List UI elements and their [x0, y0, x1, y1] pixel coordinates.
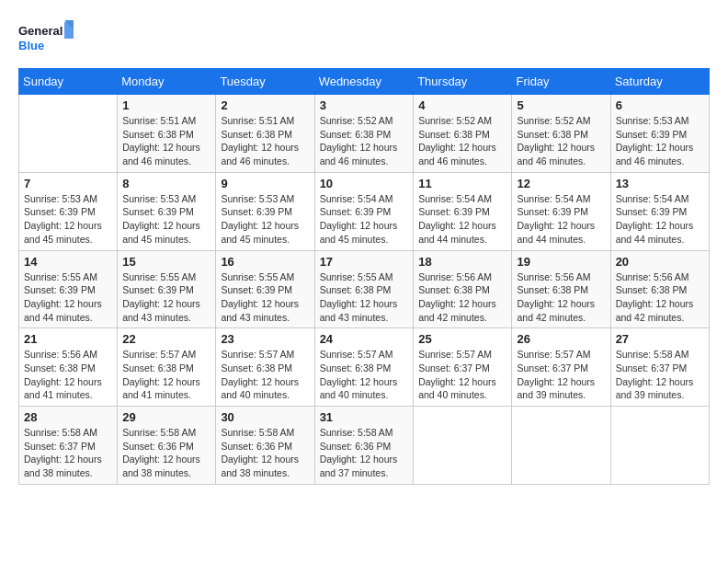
day-info: Sunrise: 5:52 AM Sunset: 6:38 PM Dayligh…	[320, 114, 409, 168]
day-info: Sunrise: 5:57 AM Sunset: 6:38 PM Dayligh…	[320, 348, 409, 402]
day-number: 27	[616, 332, 704, 346]
day-info: Sunrise: 5:53 AM Sunset: 6:39 PM Dayligh…	[221, 192, 309, 247]
day-number: 11	[418, 177, 506, 190]
day-cell	[19, 95, 118, 173]
day-info: Sunrise: 5:53 AM Sunset: 6:39 PM Dayligh…	[24, 192, 112, 247]
day-info: Sunrise: 5:55 AM Sunset: 6:39 PM Dayligh…	[24, 270, 112, 325]
day-number: 24	[320, 332, 409, 346]
day-cell: 30Sunrise: 5:58 AM Sunset: 6:36 PM Dayli…	[216, 407, 314, 485]
header-cell-friday: Friday	[512, 69, 610, 95]
day-cell: 4Sunrise: 5:52 AM Sunset: 6:38 PM Daylig…	[414, 95, 512, 173]
header-cell-monday: Monday	[118, 69, 216, 95]
day-number: 17	[320, 255, 409, 269]
calendar-header: SundayMondayTuesdayWednesdayThursdayFrid…	[19, 69, 710, 95]
day-info: Sunrise: 5:56 AM Sunset: 6:38 PM Dayligh…	[418, 270, 506, 325]
logo-svg: General Blue	[18, 18, 74, 59]
day-cell: 10Sunrise: 5:54 AM Sunset: 6:39 PM Dayli…	[314, 172, 414, 250]
day-cell: 3Sunrise: 5:52 AM Sunset: 6:38 PM Daylig…	[314, 95, 414, 173]
calendar-table: SundayMondayTuesdayWednesdayThursdayFrid…	[18, 68, 710, 485]
day-number: 8	[122, 177, 210, 190]
day-cell: 17Sunrise: 5:55 AM Sunset: 6:38 PM Dayli…	[314, 250, 414, 328]
day-info: Sunrise: 5:52 AM Sunset: 6:38 PM Dayligh…	[418, 114, 506, 168]
day-cell: 8Sunrise: 5:53 AM Sunset: 6:39 PM Daylig…	[118, 172, 216, 250]
day-number: 13	[616, 177, 704, 190]
day-info: Sunrise: 5:57 AM Sunset: 6:38 PM Dayligh…	[221, 348, 309, 402]
day-info: Sunrise: 5:57 AM Sunset: 6:37 PM Dayligh…	[418, 348, 506, 402]
day-info: Sunrise: 5:53 AM Sunset: 6:39 PM Dayligh…	[122, 192, 210, 247]
day-number: 5	[517, 98, 605, 112]
day-number: 19	[517, 255, 605, 269]
day-info: Sunrise: 5:56 AM Sunset: 6:38 PM Dayligh…	[517, 270, 605, 325]
day-cell: 24Sunrise: 5:57 AM Sunset: 6:38 PM Dayli…	[314, 328, 414, 407]
day-cell: 14Sunrise: 5:55 AM Sunset: 6:39 PM Dayli…	[19, 250, 118, 328]
day-info: Sunrise: 5:58 AM Sunset: 6:37 PM Dayligh…	[24, 426, 112, 480]
day-number: 31	[320, 410, 409, 424]
day-cell: 27Sunrise: 5:58 AM Sunset: 6:37 PM Dayli…	[610, 328, 709, 407]
week-row-5: 28Sunrise: 5:58 AM Sunset: 6:37 PM Dayli…	[19, 407, 710, 485]
day-number: 3	[320, 98, 409, 112]
header-cell-saturday: Saturday	[610, 69, 709, 95]
day-info: Sunrise: 5:58 AM Sunset: 6:36 PM Dayligh…	[320, 426, 409, 480]
day-number: 16	[221, 255, 309, 269]
day-info: Sunrise: 5:58 AM Sunset: 6:36 PM Dayligh…	[221, 426, 309, 480]
day-info: Sunrise: 5:54 AM Sunset: 6:39 PM Dayligh…	[320, 192, 409, 247]
svg-text:General: General	[18, 24, 63, 38]
day-number: 30	[221, 410, 309, 424]
day-number: 20	[616, 255, 704, 269]
day-cell: 12Sunrise: 5:54 AM Sunset: 6:39 PM Dayli…	[512, 172, 610, 250]
day-cell: 25Sunrise: 5:57 AM Sunset: 6:37 PM Dayli…	[414, 328, 512, 407]
day-number: 28	[24, 410, 112, 424]
day-cell: 2Sunrise: 5:51 AM Sunset: 6:38 PM Daylig…	[216, 95, 314, 173]
day-number: 14	[24, 255, 112, 269]
day-cell: 20Sunrise: 5:56 AM Sunset: 6:38 PM Dayli…	[610, 250, 709, 328]
page-header: General Blue	[18, 18, 710, 59]
day-info: Sunrise: 5:57 AM Sunset: 6:38 PM Dayligh…	[122, 348, 210, 402]
day-info: Sunrise: 5:56 AM Sunset: 6:38 PM Dayligh…	[24, 348, 112, 402]
day-info: Sunrise: 5:54 AM Sunset: 6:39 PM Dayligh…	[418, 192, 506, 247]
day-info: Sunrise: 5:54 AM Sunset: 6:39 PM Dayligh…	[517, 192, 605, 247]
day-cell	[414, 407, 512, 485]
logo: General Blue	[18, 18, 74, 59]
day-cell: 31Sunrise: 5:58 AM Sunset: 6:36 PM Dayli…	[314, 407, 414, 485]
day-number: 7	[24, 177, 112, 190]
week-row-1: 1Sunrise: 5:51 AM Sunset: 6:38 PM Daylig…	[19, 95, 710, 173]
day-number: 25	[418, 332, 506, 346]
header-cell-wednesday: Wednesday	[314, 69, 414, 95]
day-info: Sunrise: 5:58 AM Sunset: 6:36 PM Dayligh…	[122, 426, 210, 480]
day-cell: 15Sunrise: 5:55 AM Sunset: 6:39 PM Dayli…	[118, 250, 216, 328]
day-info: Sunrise: 5:58 AM Sunset: 6:37 PM Dayligh…	[616, 348, 704, 402]
day-number: 10	[320, 177, 409, 190]
day-number: 2	[221, 98, 309, 112]
day-number: 4	[418, 98, 506, 112]
day-cell: 19Sunrise: 5:56 AM Sunset: 6:38 PM Dayli…	[512, 250, 610, 328]
day-info: Sunrise: 5:55 AM Sunset: 6:38 PM Dayligh…	[320, 270, 409, 325]
day-number: 9	[221, 177, 309, 190]
week-row-4: 21Sunrise: 5:56 AM Sunset: 6:38 PM Dayli…	[19, 328, 710, 407]
day-cell: 18Sunrise: 5:56 AM Sunset: 6:38 PM Dayli…	[414, 250, 512, 328]
day-cell: 22Sunrise: 5:57 AM Sunset: 6:38 PM Dayli…	[118, 328, 216, 407]
calendar-body: 1Sunrise: 5:51 AM Sunset: 6:38 PM Daylig…	[19, 95, 710, 485]
day-cell: 11Sunrise: 5:54 AM Sunset: 6:39 PM Dayli…	[414, 172, 512, 250]
day-info: Sunrise: 5:55 AM Sunset: 6:39 PM Dayligh…	[221, 270, 309, 325]
day-info: Sunrise: 5:56 AM Sunset: 6:38 PM Dayligh…	[616, 270, 704, 325]
day-cell	[512, 407, 610, 485]
header-cell-sunday: Sunday	[19, 69, 118, 95]
day-info: Sunrise: 5:51 AM Sunset: 6:38 PM Dayligh…	[122, 114, 210, 168]
day-cell: 13Sunrise: 5:54 AM Sunset: 6:39 PM Dayli…	[610, 172, 709, 250]
day-cell: 23Sunrise: 5:57 AM Sunset: 6:38 PM Dayli…	[216, 328, 314, 407]
day-info: Sunrise: 5:54 AM Sunset: 6:39 PM Dayligh…	[616, 192, 704, 247]
day-cell: 29Sunrise: 5:58 AM Sunset: 6:36 PM Dayli…	[118, 407, 216, 485]
day-cell: 26Sunrise: 5:57 AM Sunset: 6:37 PM Dayli…	[512, 328, 610, 407]
day-number: 12	[517, 177, 605, 190]
day-cell: 9Sunrise: 5:53 AM Sunset: 6:39 PM Daylig…	[216, 172, 314, 250]
day-info: Sunrise: 5:53 AM Sunset: 6:39 PM Dayligh…	[616, 114, 704, 168]
header-cell-tuesday: Tuesday	[216, 69, 314, 95]
day-cell: 21Sunrise: 5:56 AM Sunset: 6:38 PM Dayli…	[19, 328, 118, 407]
day-number: 29	[122, 410, 210, 424]
day-number: 21	[24, 332, 112, 346]
day-info: Sunrise: 5:57 AM Sunset: 6:37 PM Dayligh…	[517, 348, 605, 402]
day-cell: 28Sunrise: 5:58 AM Sunset: 6:37 PM Dayli…	[19, 407, 118, 485]
day-info: Sunrise: 5:51 AM Sunset: 6:38 PM Dayligh…	[221, 114, 309, 168]
header-row: SundayMondayTuesdayWednesdayThursdayFrid…	[19, 69, 710, 95]
day-number: 22	[122, 332, 210, 346]
